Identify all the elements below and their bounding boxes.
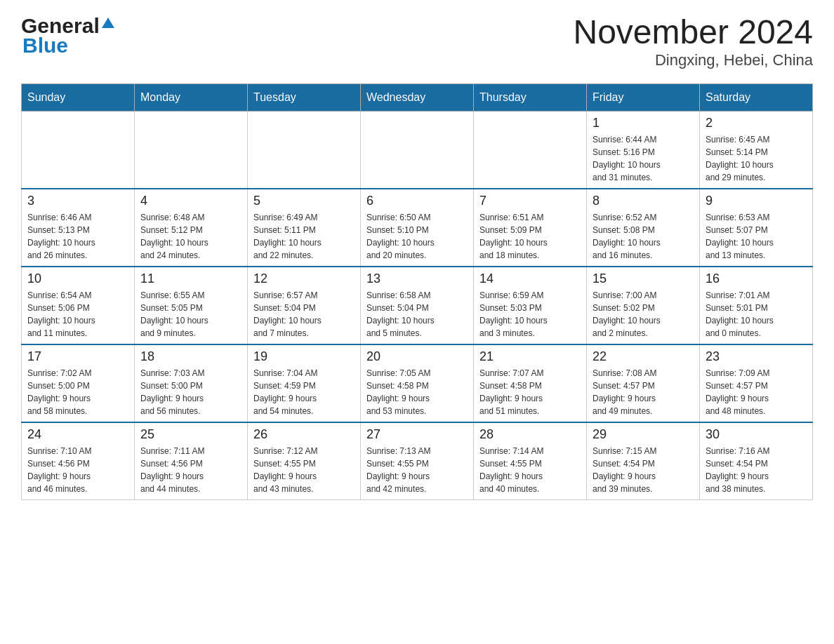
day-number: 27 — [366, 427, 468, 442]
calendar-cell: 8Sunrise: 6:52 AM Sunset: 5:08 PM Daylig… — [587, 189, 700, 267]
day-info: Sunrise: 6:44 AM Sunset: 5:16 PM Dayligh… — [593, 133, 694, 184]
day-number: 3 — [27, 194, 128, 208]
week-row-4: 17Sunrise: 7:02 AM Sunset: 5:00 PM Dayli… — [22, 344, 813, 422]
day-info: Sunrise: 6:46 AM Sunset: 5:13 PM Dayligh… — [27, 211, 128, 262]
calendar-cell: 20Sunrise: 7:05 AM Sunset: 4:58 PM Dayli… — [361, 344, 474, 422]
day-info: Sunrise: 7:13 AM Sunset: 4:55 PM Dayligh… — [366, 445, 468, 495]
week-row-5: 24Sunrise: 7:10 AM Sunset: 4:56 PM Dayli… — [22, 422, 813, 500]
calendar-cell: 4Sunrise: 6:48 AM Sunset: 5:12 PM Daylig… — [135, 189, 248, 267]
day-info: Sunrise: 7:14 AM Sunset: 4:55 PM Dayligh… — [479, 445, 581, 495]
weekday-header-tuesday: Tuesday — [248, 83, 361, 111]
day-number: 16 — [706, 271, 807, 286]
calendar-cell: 5Sunrise: 6:49 AM Sunset: 5:11 PM Daylig… — [248, 189, 361, 267]
day-number: 2 — [706, 116, 807, 130]
weekday-header-thursday: Thursday — [474, 83, 587, 111]
calendar-subtitle: Dingxing, Hebei, China — [573, 51, 813, 69]
day-info: Sunrise: 7:12 AM Sunset: 4:55 PM Dayligh… — [253, 445, 355, 495]
calendar-cell — [135, 111, 248, 189]
calendar-cell: 28Sunrise: 7:14 AM Sunset: 4:55 PM Dayli… — [474, 422, 587, 500]
day-info: Sunrise: 6:49 AM Sunset: 5:11 PM Dayligh… — [253, 211, 355, 262]
day-info: Sunrise: 6:45 AM Sunset: 5:14 PM Dayligh… — [706, 133, 807, 184]
day-number: 26 — [253, 427, 355, 442]
day-info: Sunrise: 6:50 AM Sunset: 5:10 PM Dayligh… — [366, 211, 468, 262]
day-number: 18 — [140, 349, 241, 364]
day-number: 30 — [706, 427, 807, 442]
calendar-cell: 26Sunrise: 7:12 AM Sunset: 4:55 PM Dayli… — [248, 422, 361, 500]
day-info: Sunrise: 7:02 AM Sunset: 5:00 PM Dayligh… — [27, 367, 128, 417]
calendar-cell: 15Sunrise: 7:00 AM Sunset: 5:02 PM Dayli… — [587, 267, 700, 344]
day-info: Sunrise: 7:05 AM Sunset: 4:58 PM Dayligh… — [366, 367, 468, 417]
calendar-cell: 23Sunrise: 7:09 AM Sunset: 4:57 PM Dayli… — [700, 344, 813, 422]
weekday-header-friday: Friday — [587, 83, 700, 111]
calendar-cell: 16Sunrise: 7:01 AM Sunset: 5:01 PM Dayli… — [700, 267, 813, 344]
calendar-cell: 25Sunrise: 7:11 AM Sunset: 4:56 PM Dayli… — [135, 422, 248, 500]
week-row-1: 1Sunrise: 6:44 AM Sunset: 5:16 PM Daylig… — [22, 111, 813, 189]
day-number: 22 — [593, 349, 694, 364]
logo: General Blue — [21, 14, 114, 58]
day-info: Sunrise: 7:04 AM Sunset: 4:59 PM Dayligh… — [253, 367, 355, 417]
calendar-cell: 18Sunrise: 7:03 AM Sunset: 5:00 PM Dayli… — [135, 344, 248, 422]
weekday-header-saturday: Saturday — [700, 83, 813, 111]
day-info: Sunrise: 6:54 AM Sunset: 5:06 PM Dayligh… — [27, 289, 128, 340]
day-number: 23 — [706, 349, 807, 364]
day-number: 20 — [366, 349, 468, 364]
calendar-cell: 7Sunrise: 6:51 AM Sunset: 5:09 PM Daylig… — [474, 189, 587, 267]
day-info: Sunrise: 7:11 AM Sunset: 4:56 PM Dayligh… — [140, 445, 241, 495]
day-info: Sunrise: 6:48 AM Sunset: 5:12 PM Dayligh… — [140, 211, 241, 262]
day-info: Sunrise: 7:01 AM Sunset: 5:01 PM Dayligh… — [706, 289, 807, 340]
day-number: 8 — [593, 194, 694, 208]
day-number: 28 — [479, 427, 581, 442]
day-info: Sunrise: 7:08 AM Sunset: 4:57 PM Dayligh… — [593, 367, 694, 417]
day-info: Sunrise: 7:00 AM Sunset: 5:02 PM Dayligh… — [593, 289, 694, 340]
day-info: Sunrise: 7:09 AM Sunset: 4:57 PM Dayligh… — [706, 367, 807, 417]
day-number: 11 — [140, 271, 241, 286]
weekday-header-sunday: Sunday — [22, 83, 135, 111]
calendar-cell: 22Sunrise: 7:08 AM Sunset: 4:57 PM Dayli… — [587, 344, 700, 422]
day-info: Sunrise: 7:03 AM Sunset: 5:00 PM Dayligh… — [140, 367, 241, 417]
day-number: 13 — [366, 271, 468, 286]
week-row-3: 10Sunrise: 6:54 AM Sunset: 5:06 PM Dayli… — [22, 267, 813, 344]
calendar-cell — [22, 111, 135, 189]
calendar-cell — [248, 111, 361, 189]
day-number: 9 — [706, 194, 807, 208]
day-info: Sunrise: 7:16 AM Sunset: 4:54 PM Dayligh… — [706, 445, 807, 495]
day-info: Sunrise: 6:55 AM Sunset: 5:05 PM Dayligh… — [140, 289, 241, 340]
day-number: 4 — [140, 194, 241, 208]
calendar-cell: 19Sunrise: 7:04 AM Sunset: 4:59 PM Dayli… — [248, 344, 361, 422]
logo-blue-text: Blue — [22, 34, 68, 58]
calendar-cell — [474, 111, 587, 189]
calendar-cell: 24Sunrise: 7:10 AM Sunset: 4:56 PM Dayli… — [22, 422, 135, 500]
calendar-cell: 13Sunrise: 6:58 AM Sunset: 5:04 PM Dayli… — [361, 267, 474, 344]
day-info: Sunrise: 7:15 AM Sunset: 4:54 PM Dayligh… — [593, 445, 694, 495]
day-info: Sunrise: 6:52 AM Sunset: 5:08 PM Dayligh… — [593, 211, 694, 262]
day-number: 5 — [253, 194, 355, 208]
day-info: Sunrise: 7:07 AM Sunset: 4:58 PM Dayligh… — [479, 367, 581, 417]
calendar-cell: 1Sunrise: 6:44 AM Sunset: 5:16 PM Daylig… — [587, 111, 700, 189]
day-number: 25 — [140, 427, 241, 442]
day-number: 12 — [253, 271, 355, 286]
calendar-cell: 11Sunrise: 6:55 AM Sunset: 5:05 PM Dayli… — [135, 267, 248, 344]
calendar-cell: 3Sunrise: 6:46 AM Sunset: 5:13 PM Daylig… — [22, 189, 135, 267]
day-info: Sunrise: 6:57 AM Sunset: 5:04 PM Dayligh… — [253, 289, 355, 340]
calendar-cell: 27Sunrise: 7:13 AM Sunset: 4:55 PM Dayli… — [361, 422, 474, 500]
week-row-2: 3Sunrise: 6:46 AM Sunset: 5:13 PM Daylig… — [22, 189, 813, 267]
calendar-cell: 21Sunrise: 7:07 AM Sunset: 4:58 PM Dayli… — [474, 344, 587, 422]
day-info: Sunrise: 7:10 AM Sunset: 4:56 PM Dayligh… — [27, 445, 128, 495]
day-number: 29 — [593, 427, 694, 442]
day-info: Sunrise: 6:53 AM Sunset: 5:07 PM Dayligh… — [706, 211, 807, 262]
calendar-cell: 12Sunrise: 6:57 AM Sunset: 5:04 PM Dayli… — [248, 267, 361, 344]
title-block: November 2024 Dingxing, Hebei, China — [573, 14, 813, 69]
day-number: 24 — [27, 427, 128, 442]
day-info: Sunrise: 6:59 AM Sunset: 5:03 PM Dayligh… — [479, 289, 581, 340]
calendar-title: November 2024 — [573, 14, 813, 51]
calendar-cell: 17Sunrise: 7:02 AM Sunset: 5:00 PM Dayli… — [22, 344, 135, 422]
logo-triangle-icon — [102, 18, 114, 28]
day-number: 21 — [479, 349, 581, 364]
weekday-header-row: SundayMondayTuesdayWednesdayThursdayFrid… — [22, 83, 813, 111]
calendar-cell: 6Sunrise: 6:50 AM Sunset: 5:10 PM Daylig… — [361, 189, 474, 267]
calendar-cell: 30Sunrise: 7:16 AM Sunset: 4:54 PM Dayli… — [700, 422, 813, 500]
calendar-cell: 14Sunrise: 6:59 AM Sunset: 5:03 PM Dayli… — [474, 267, 587, 344]
day-number: 7 — [479, 194, 581, 208]
day-number: 14 — [479, 271, 581, 286]
weekday-header-monday: Monday — [135, 83, 248, 111]
